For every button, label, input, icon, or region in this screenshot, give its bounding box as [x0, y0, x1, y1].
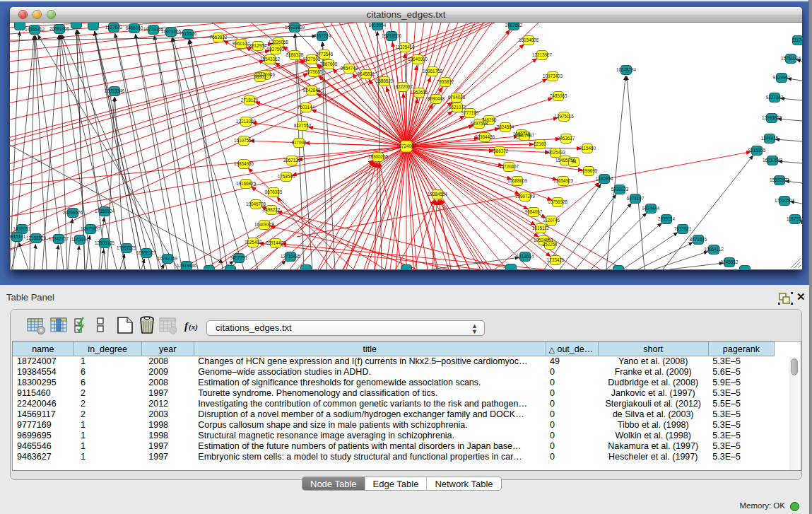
svg-text:16961758: 16961758 — [423, 69, 443, 74]
svg-text:17957225: 17957225 — [117, 245, 137, 250]
svg-text:62160: 62160 — [534, 141, 546, 146]
svg-text:19166825: 19166825 — [236, 181, 257, 186]
svg-text:12093822: 12093822 — [762, 115, 782, 120]
svg-text:7625402: 7625402 — [245, 240, 262, 245]
svg-text:10688609: 10688609 — [507, 178, 528, 183]
svg-text:746266: 746266 — [481, 117, 497, 122]
svg-text:13716485: 13716485 — [281, 254, 301, 259]
svg-text:8471676: 8471676 — [690, 237, 707, 242]
svg-text:10973403: 10973403 — [543, 74, 563, 78]
svg-text:1244415: 1244415 — [761, 136, 779, 141]
svg-text:7386372: 7386372 — [491, 148, 509, 153]
svg-text:17359924: 17359924 — [95, 209, 115, 214]
svg-text:10046708: 10046708 — [246, 201, 266, 206]
svg-text:2867608: 2867608 — [320, 62, 338, 66]
svg-text:16033809: 16033809 — [285, 25, 305, 30]
svg-text:12213967: 12213967 — [532, 52, 553, 57]
svg-text:15751024: 15751024 — [781, 56, 801, 61]
svg-text:3915141: 3915141 — [10, 234, 26, 239]
svg-text:19854935: 19854935 — [234, 161, 254, 166]
svg-text:1733426: 1733426 — [547, 257, 565, 262]
svg-text:10807487: 10807487 — [514, 133, 535, 138]
svg-text:1527602: 1527602 — [105, 25, 123, 30]
svg-text:9827503: 9827503 — [267, 47, 285, 52]
svg-text:8498222: 8498222 — [263, 207, 281, 212]
svg-text:13222037: 13222037 — [393, 84, 413, 89]
svg-text:11174: 11174 — [792, 37, 802, 42]
svg-text:10025433: 10025433 — [546, 150, 566, 155]
svg-text:20053346: 20053346 — [105, 88, 125, 93]
svg-text:14055712: 14055712 — [25, 27, 45, 32]
svg-text:1435051: 1435051 — [13, 226, 31, 231]
svg-text:12923446: 12923446 — [177, 263, 197, 268]
svg-text:1615112: 1615112 — [532, 226, 550, 230]
svg-text:18300295: 18300295 — [368, 154, 389, 159]
svg-text:9773546: 9773546 — [316, 52, 334, 57]
svg-text:16154808: 16154808 — [519, 37, 539, 42]
svg-text:9960124: 9960124 — [233, 41, 250, 46]
svg-text:1753594: 1753594 — [278, 174, 295, 179]
svg-text:98901: 98901 — [254, 74, 266, 79]
svg-text:7663822: 7663822 — [210, 35, 228, 40]
svg-text:15692971: 15692971 — [770, 177, 790, 182]
svg-text:16210643: 16210643 — [763, 158, 783, 163]
svg-text:1440954: 1440954 — [596, 176, 613, 181]
svg-text:9146821: 9146821 — [358, 71, 375, 76]
svg-text:9474444: 9474444 — [642, 206, 660, 211]
svg-text:7955812: 7955812 — [437, 79, 454, 84]
svg-text:18640910: 18640910 — [408, 57, 428, 62]
svg-text:2718126: 2718126 — [241, 98, 259, 103]
svg-text:9242848: 9242848 — [303, 88, 321, 93]
svg-text:6479197: 6479197 — [627, 196, 645, 201]
svg-text:1120746: 1120746 — [543, 218, 560, 223]
svg-text:13226058: 13226058 — [269, 40, 289, 45]
svg-text:19218506: 19218506 — [382, 33, 402, 38]
svg-text:12213369: 12213369 — [236, 119, 257, 124]
svg-text:1167534: 1167534 — [787, 216, 802, 221]
svg-text:11325419: 11325419 — [395, 45, 415, 49]
svg-text:9115460: 9115460 — [579, 146, 596, 151]
svg-text:8454749: 8454749 — [341, 66, 358, 71]
svg-text:9457791: 9457791 — [230, 255, 248, 260]
svg-text:8878335: 8878335 — [265, 189, 283, 194]
svg-text:8186328: 8186328 — [286, 52, 304, 57]
svg-text:3375685: 3375685 — [305, 69, 323, 74]
svg-text:7485063: 7485063 — [550, 93, 567, 98]
svg-text:12505135: 12505135 — [95, 240, 115, 245]
svg-text:16543362: 16543362 — [260, 57, 281, 62]
svg-text:9327508: 9327508 — [303, 57, 321, 62]
svg-text:12156829: 12156829 — [26, 235, 47, 240]
svg-text:5938923: 5938923 — [611, 187, 629, 192]
svg-text:7632621: 7632621 — [674, 226, 692, 231]
svg-text:18724007: 18724007 — [396, 144, 417, 148]
svg-text:9084067: 9084067 — [525, 209, 543, 214]
svg-text:8813054: 8813054 — [369, 23, 387, 28]
svg-text:3267130: 3267130 — [283, 158, 301, 163]
svg-text:2087682: 2087682 — [505, 23, 523, 28]
svg-text:24206576: 24206576 — [63, 210, 83, 215]
svg-text:16782759: 16782759 — [158, 256, 178, 261]
svg-text:16107554: 16107554 — [234, 138, 254, 143]
svg-text:3824554: 3824554 — [497, 124, 514, 129]
svg-text:8215955: 8215955 — [748, 148, 766, 153]
svg-text:16914479: 16914479 — [266, 240, 286, 245]
svg-text:16671355: 16671355 — [161, 29, 182, 34]
svg-text:15720407: 15720407 — [499, 164, 519, 169]
svg-text:18807249: 18807249 — [515, 194, 536, 199]
svg-text:8427552: 8427552 — [294, 123, 312, 128]
svg-text:2935114: 2935114 — [658, 216, 676, 221]
svg-text:9227342: 9227342 — [766, 95, 784, 100]
svg-text:19384554: 19384554 — [428, 192, 448, 197]
svg-text:7357224: 7357224 — [314, 33, 331, 38]
svg-text:(x): (x) — [189, 322, 198, 332]
svg-text:1145194: 1145194 — [71, 237, 89, 242]
svg-text:12975115: 12975115 — [554, 114, 574, 119]
svg-text:7515526: 7515526 — [180, 31, 197, 36]
svg-text:10958127: 10958127 — [136, 250, 157, 255]
svg-text:8912954: 8912954 — [249, 43, 267, 48]
svg-text:9699695: 9699695 — [580, 168, 598, 173]
svg-text:10756928: 10756928 — [548, 199, 568, 204]
svg-text:20364436: 20364436 — [475, 134, 495, 139]
svg-text:17010504: 17010504 — [775, 198, 795, 203]
svg-text:7603144: 7603144 — [298, 105, 315, 110]
